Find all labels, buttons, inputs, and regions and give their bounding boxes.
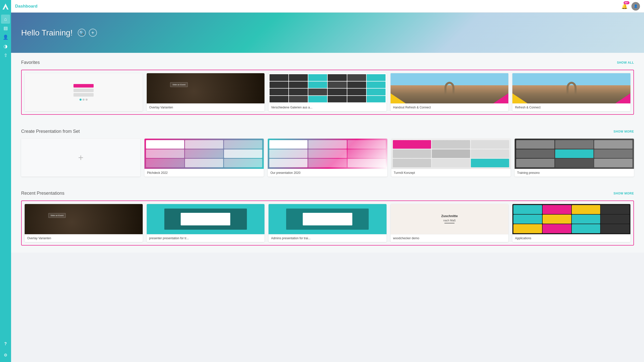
card-label-pitchdeck: Pitchdeck 2022 xyxy=(144,169,264,177)
search-icon: 🔍 xyxy=(79,30,84,35)
sidebar-item-settings[interactable]: ⚙ xyxy=(1,350,10,359)
card-thumbnail-woodcheck: Zuschnitte nach Maß xyxy=(391,204,509,234)
sidebar-item-analytics[interactable]: ◑ xyxy=(1,42,10,51)
recent-card-overlay[interactable]: Slide an Event Overlay Varianten xyxy=(25,204,143,242)
card-label-presenter: presenter presentation for tr... xyxy=(147,234,265,242)
recent-list: Slide an Event Overlay Varianten xyxy=(21,200,634,246)
create-card-our-pres[interactable]: Our presentation 2020 xyxy=(268,139,387,177)
notification-button[interactable]: 🔔 99+ xyxy=(620,2,628,10)
overlay-text: Slide an Event xyxy=(172,84,185,86)
card-thumbnail-presenter xyxy=(147,204,265,234)
card-label-applications: Applications xyxy=(512,234,630,242)
files-icon: ▤ xyxy=(4,25,8,31)
overlay-label: Slide an Event xyxy=(51,214,64,217)
recent-title: Recent Presentations xyxy=(21,191,64,196)
user-avatar[interactable]: 👤 xyxy=(631,2,640,11)
sidebar-item-users[interactable]: 👤 xyxy=(1,33,10,42)
favorites-header: Favorites SHOW ALL xyxy=(21,60,634,65)
favorites-title: Favorites xyxy=(21,60,40,65)
favorites-show-all[interactable]: SHOW ALL xyxy=(617,61,634,64)
add-presentation-icon: + xyxy=(78,152,84,163)
recent-section: Recent Presentations SHOW MORE Slide an … xyxy=(11,184,644,253)
card-label-handout: Handout Refresh & Connect xyxy=(391,103,509,111)
sidebar-item-share[interactable]: ⇧ xyxy=(1,51,10,60)
hero-search-button[interactable]: 🔍 xyxy=(78,29,86,37)
share-icon: ⇧ xyxy=(4,53,8,58)
home-icon: ⌂ xyxy=(4,17,7,22)
sidebar-bottom: ? ⚙ xyxy=(1,339,10,359)
topbar-actions: 🔔 99+ 👤 xyxy=(620,2,640,11)
card-thumbnail-applications xyxy=(512,204,630,234)
card-thumbnail-admins xyxy=(269,204,387,234)
recent-show-more[interactable]: SHOW MORE xyxy=(614,192,634,195)
favorites-cards: pip Slide an Event Overlay Varianten xyxy=(25,73,630,111)
card-thumbnail-overlay-v: Slide an Event xyxy=(25,204,143,234)
sidebar-item-help[interactable]: ? xyxy=(1,339,10,348)
favorite-card-gallery[interactable]: Verschiedene Galerien aus a... xyxy=(269,73,387,111)
card-label-admins: Admins presentation for trai... xyxy=(269,234,387,242)
card-thumbnail-turm xyxy=(391,139,511,169)
card-thumbnail-gallery xyxy=(269,73,387,103)
create-set-show-more[interactable]: SHOW MORE xyxy=(614,130,634,133)
sidebar-item-files[interactable]: ▤ xyxy=(1,24,10,33)
create-set-cards: + Empty Presentation xyxy=(21,139,634,177)
main-content: Dashboard 🔔 99+ 👤 Hello Training! 🔍 + xyxy=(11,0,644,362)
card-label-overlay: Overlay Varianten xyxy=(147,103,265,111)
hero-action-buttons: 🔍 + xyxy=(78,29,97,37)
card-label-woodcheck: woodchecker demo xyxy=(391,234,509,242)
recent-card-presenter[interactable]: presenter presentation for tr... xyxy=(147,204,265,242)
create-set-section: Create Presentation from Set SHOW MORE +… xyxy=(11,122,644,184)
topbar: Dashboard 🔔 99+ 👤 xyxy=(11,0,644,13)
card-label-refresh: Refresh & Connect xyxy=(512,103,630,111)
create-set-header: Create Presentation from Set SHOW MORE xyxy=(21,129,634,134)
create-card-turm[interactable]: Turmöl Konzept xyxy=(391,139,511,177)
card-label-training: Training presono xyxy=(515,169,634,177)
card-thumbnail-empty: + xyxy=(21,139,140,177)
card-label-turm: Turmöl Konzept xyxy=(391,169,511,177)
avatar-image: 👤 xyxy=(634,4,638,8)
favorite-card-handout[interactable]: Refresh & Connect Day Handout Refresh & … xyxy=(391,73,509,111)
card-thumbnail-handout: Refresh & Connect Day xyxy=(391,73,509,103)
card-label-gallery: Verschiedene Galerien aus a... xyxy=(269,103,387,111)
favorite-card-pip[interactable]: pip xyxy=(25,73,143,111)
app-logo[interactable] xyxy=(2,3,10,11)
hero-greeting: Hello Training! xyxy=(21,28,73,37)
recent-cards: Slide an Event Overlay Varianten xyxy=(25,204,630,242)
recent-card-admins[interactable]: Admins presentation for trai... xyxy=(269,204,387,242)
hero-banner: Hello Training! 🔍 + xyxy=(11,13,644,53)
card-thumbnail-pip xyxy=(25,73,143,111)
recent-header: Recent Presentations SHOW MORE xyxy=(21,191,634,196)
favorite-card-refresh[interactable]: Refresh & Connect Day Refresh & Connect xyxy=(512,73,630,111)
card-thumbnail-our-pres xyxy=(268,139,387,169)
sidebar: ⌂▤👤◑⇧ ? ⚙ xyxy=(0,0,11,362)
create-set-title: Create Presentation from Set xyxy=(21,129,80,134)
settings-icon: ⚙ xyxy=(4,353,7,357)
analytics-icon: ◑ xyxy=(4,44,8,49)
hero-add-button[interactable]: + xyxy=(89,29,97,37)
notification-badge: 99+ xyxy=(624,1,629,4)
plus-icon: + xyxy=(91,30,94,36)
recent-card-applications[interactable]: Applications xyxy=(512,204,630,242)
create-card-empty[interactable]: + Empty Presentation xyxy=(21,139,140,177)
favorites-list: pip Slide an Event Overlay Varianten xyxy=(21,70,634,115)
sidebar-item-home[interactable]: ⌂ xyxy=(1,15,10,24)
create-card-training[interactable]: Training presono xyxy=(515,139,634,177)
users-icon: 👤 xyxy=(3,34,8,40)
card-label-overlay-v: Overlay Varianten xyxy=(25,234,143,242)
create-card-pitchdeck[interactable]: Pitchdeck 2022 xyxy=(144,139,264,177)
favorites-section: Favorites SHOW ALL xyxy=(11,53,644,122)
card-thumbnail-refresh: Refresh & Connect Day xyxy=(512,73,630,103)
card-label-our-pres: Our presentation 2020 xyxy=(268,169,387,177)
card-thumbnail-pitchdeck xyxy=(144,139,264,169)
card-thumbnail-overlay: Slide an Event xyxy=(147,73,265,103)
card-thumbnail-training xyxy=(515,139,634,169)
favorite-card-overlay[interactable]: Slide an Event Overlay Varianten xyxy=(147,73,265,111)
page-content: Hello Training! 🔍 + Favorites SHOW ALL xyxy=(11,13,644,362)
topbar-title: Dashboard xyxy=(15,4,620,9)
help-icon: ? xyxy=(4,342,7,346)
recent-card-woodcheck[interactable]: Zuschnitte nach Maß woodchecker demo xyxy=(391,204,509,242)
